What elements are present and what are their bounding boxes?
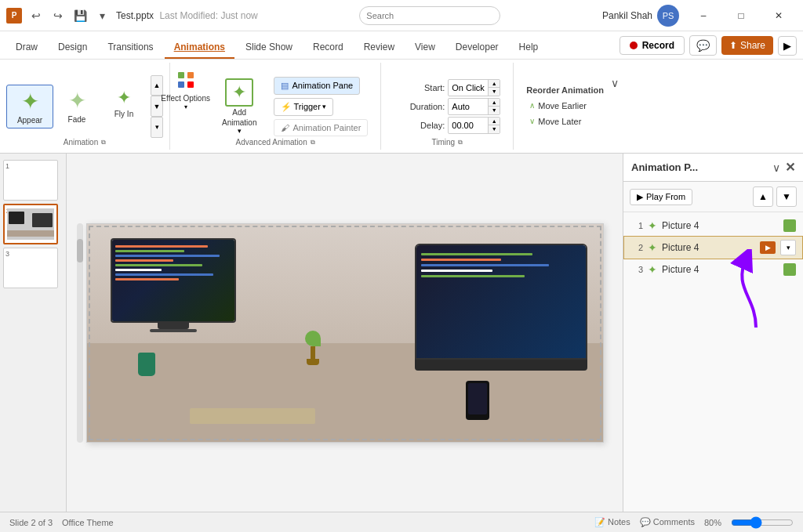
zoom-slider[interactable] xyxy=(731,516,794,529)
animation-gallery: ✦ Appear ✦ Fade ✦ Fly In xyxy=(6,85,147,128)
pane-nav-up[interactable]: ▲ xyxy=(753,186,773,207)
trigger-button[interactable]: ⚡ Trigger ▾ xyxy=(274,98,332,116)
animation-painter-button[interactable]: 🖌 Animation Painter xyxy=(274,119,368,136)
animation-flyin[interactable]: ✦ Fly In xyxy=(100,85,147,128)
item-2-dropdown[interactable]: ▾ xyxy=(780,240,796,255)
notes-button[interactable]: 📝 Notes xyxy=(594,517,630,527)
tab-view[interactable]: View xyxy=(405,37,445,59)
tab-help[interactable]: Help xyxy=(510,37,548,59)
tab-review[interactable]: Review xyxy=(354,37,404,59)
file-title: Test.pptx Last Modified: Just now xyxy=(116,10,258,21)
monitor-stand xyxy=(158,323,189,329)
pane-collapse-button[interactable]: ∨ xyxy=(772,161,780,174)
titlebar-controls: ↩ ↪ 💾 ▾ xyxy=(27,6,111,25)
laptop-frame xyxy=(415,244,587,360)
tab-animations[interactable]: Animations xyxy=(165,37,234,59)
start-spin-up[interactable]: ▲ xyxy=(489,80,500,88)
duration-spin-down[interactable]: ▼ xyxy=(489,107,500,114)
monitor-frame xyxy=(111,238,236,323)
restore-button[interactable]: □ xyxy=(723,4,759,27)
ribbon-tabs: Draw Design Transitions Animations Slide… xyxy=(0,31,803,60)
ribbon-collapse-button[interactable]: ∨ xyxy=(611,77,619,89)
undo-button[interactable]: ↩ xyxy=(27,6,45,25)
slide-thumb-2[interactable]: 2 xyxy=(3,204,58,244)
start-spin-down[interactable]: ▼ xyxy=(489,88,500,96)
share-button[interactable]: ⬆ Share xyxy=(721,36,773,55)
avatar: PS xyxy=(657,5,679,27)
ribbon-right-actions: Record 💬 ⬆ Share ▶ xyxy=(620,35,797,59)
tab-draw[interactable]: Draw xyxy=(6,37,47,59)
tab-slideshow[interactable]: Slide Show xyxy=(236,37,302,59)
move-later-button[interactable]: ∨ Move Later xyxy=(526,115,639,128)
app-icon: P xyxy=(6,8,22,24)
reorder-inner: Reorder Animation ∧ Move Earlier ∨ Move … xyxy=(520,63,645,150)
tab-record[interactable]: Record xyxy=(303,37,353,59)
timing-label: Timing ⧉ xyxy=(381,138,513,147)
play-from-button[interactable]: ▶ Play From xyxy=(630,189,692,205)
animation-fade[interactable]: ✦ Fade xyxy=(53,85,100,128)
customize-button[interactable]: ▾ xyxy=(93,6,111,25)
slide-canvas[interactable] xyxy=(86,223,604,443)
animation-pane-row: ▤ Animation Pane xyxy=(274,77,368,95)
tab-transitions[interactable]: Transitions xyxy=(98,37,162,59)
item-1-indicator xyxy=(783,219,796,232)
delay-spin-up[interactable]: ▲ xyxy=(489,118,500,125)
duration-value: Auto xyxy=(449,101,488,112)
laptop-keyboard-area xyxy=(415,360,587,371)
laptop-screen xyxy=(416,245,586,358)
start-spinners: ▲ ▼ xyxy=(488,80,500,96)
monitor xyxy=(111,238,236,332)
code-line xyxy=(115,264,202,266)
timing-start-row: Start: On Click ▲ ▼ xyxy=(394,79,500,96)
timing-section-expand[interactable]: ⧉ xyxy=(458,139,463,147)
vertical-scrollbar[interactable] xyxy=(77,223,83,443)
anim-list-item-1[interactable]: 1 ✦ Picture 4 xyxy=(623,215,803,236)
user-area: Pankil Shah PS xyxy=(602,5,679,27)
save-button[interactable]: 💾 xyxy=(71,6,89,25)
anim-list-item-3[interactable]: 3 ✦ Picture 4 xyxy=(623,259,803,280)
status-right: 📝 Notes 💬 Comments 80% xyxy=(594,516,794,529)
record-button[interactable]: Record xyxy=(620,36,685,55)
search-input[interactable] xyxy=(359,6,500,25)
animation-section: ✦ Appear ✦ Fade ✦ Fly In ▲ ▼ ▾ xyxy=(0,63,170,150)
delay-value: 00.00 xyxy=(449,120,488,131)
minimize-button[interactable]: – xyxy=(685,4,721,27)
animation-pane-button[interactable]: ▤ Animation Pane xyxy=(274,77,360,95)
anim-list-item-2[interactable]: 2 ✦ Picture 4 ▶ ▾ xyxy=(623,236,803,259)
duration-field: Auto ▲ ▼ xyxy=(448,98,500,115)
comments-button[interactable]: 💬 xyxy=(689,35,717,56)
appear-star-icon: ✦ xyxy=(21,89,39,114)
animation-section-expand[interactable]: ⧉ xyxy=(101,139,106,147)
item-2-play-button[interactable]: ▶ xyxy=(760,241,776,254)
advanced-animation-label: Advanced Animation ⧉ xyxy=(170,138,380,147)
delay-spin-down[interactable]: ▼ xyxy=(489,125,500,133)
pane-close-button[interactable]: ✕ xyxy=(785,160,795,175)
comments-status[interactable]: 💬 Comments xyxy=(640,517,695,527)
present-button[interactable]: ▶ xyxy=(778,36,797,56)
reorder-section: Reorder Animation ∧ Move Earlier ∨ Move … xyxy=(514,63,652,150)
animation-appear[interactable]: ✦ Appear xyxy=(6,85,53,128)
redo-button[interactable]: ↪ xyxy=(49,6,67,25)
slide-background xyxy=(87,224,603,442)
delay-spinners: ▲ ▼ xyxy=(488,118,500,133)
close-button[interactable]: ✕ xyxy=(761,4,797,27)
tab-developer[interactable]: Developer xyxy=(446,37,508,59)
slide-thumb-1[interactable]: 1 xyxy=(3,160,58,201)
canvas-area xyxy=(67,154,623,512)
tab-design[interactable]: Design xyxy=(49,37,96,59)
move-earlier-button[interactable]: ∧ Move Earlier xyxy=(526,100,639,112)
titlebar: P ↩ ↪ 💾 ▾ Test.pptx Last Modified: Just … xyxy=(0,0,803,31)
add-advanced-inner: ✦ Add Animation ▾ ▤ Animation Pane ⚡ T xyxy=(217,63,374,150)
pane-nav-down[interactable]: ▼ xyxy=(776,186,797,207)
gallery-more[interactable]: ▾ xyxy=(151,117,163,138)
slide-info: Slide 2 of 3 xyxy=(9,518,53,527)
slide-thumb-3[interactable]: 3 xyxy=(3,248,58,288)
duration-spin-up[interactable]: ▲ xyxy=(489,99,500,107)
animation-section-label: Animation ⧉ xyxy=(0,138,169,147)
advanced-section-expand[interactable]: ⧉ xyxy=(311,139,315,147)
monitor-screen xyxy=(112,240,234,321)
item-3-star-icon: ✦ xyxy=(648,263,657,276)
animation-pane: Animation P... ∨ ✕ ▶ Play From ▲ ▼ 1 ✦ P… xyxy=(623,154,803,512)
advanced-animation-group: ▤ Animation Pane ⚡ Trigger ▾ 🖌 Animation… xyxy=(267,74,374,139)
add-animation-button[interactable]: ✦ Add Animation ▾ xyxy=(217,75,261,138)
